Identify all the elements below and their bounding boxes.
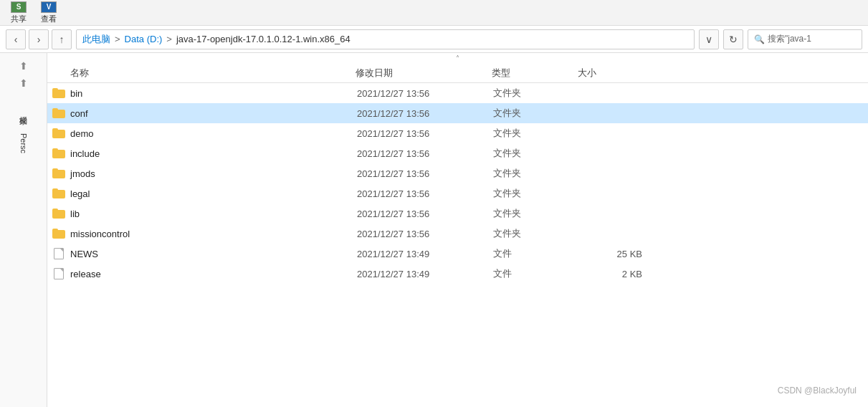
nav-controls: ‹ › ↑	[6, 29, 72, 49]
sep1: >	[115, 34, 120, 44]
file-icon-cell	[47, 188, 70, 198]
file-type: 文件夹	[493, 147, 579, 160]
file-icon-cell	[47, 168, 70, 178]
table-row[interactable]: demo 2021/12/27 13:56 文件夹	[47, 123, 868, 143]
folder-icon	[52, 209, 65, 219]
folder-icon	[52, 108, 65, 118]
table-row[interactable]: conf 2021/12/27 13:56 文件夹	[47, 103, 868, 123]
file-name: conf	[70, 108, 357, 119]
file-size: 2 KB	[579, 269, 651, 279]
folder-icon	[52, 88, 65, 98]
up-button[interactable]: ↑	[52, 29, 72, 49]
table-row[interactable]: bin 2021/12/27 13:56 文件夹	[47, 83, 868, 103]
sidebar-label-1: 家桶	[16, 107, 30, 113]
file-date: 2021/12/27 13:56	[357, 229, 493, 239]
address-bar: ‹ › ↑ 此电脑 > Data (D:) > java-17-openjdk-…	[0, 26, 868, 53]
file-icon-cell	[47, 88, 70, 98]
file-icon-cell	[47, 268, 70, 279]
breadcrumb-folder: java-17-openjdk-17.0.1.0.12-1.win.x86_64	[176, 34, 350, 44]
col-header-size[interactable]: 大小	[578, 67, 649, 80]
file-icon	[54, 268, 64, 279]
search-placeholder: 搜索"java-1	[768, 33, 811, 45]
file-date: 2021/12/27 13:56	[357, 209, 493, 219]
breadcrumb-drive[interactable]: Data (D:)	[125, 34, 163, 44]
file-type: 文件	[493, 267, 579, 280]
file-icon-cell	[47, 229, 70, 239]
file-icon-cell	[47, 209, 70, 219]
table-row[interactable]: lib 2021/12/27 13:56 文件夹	[47, 204, 868, 224]
col-header-type[interactable]: 类型	[492, 67, 578, 80]
breadcrumb-thispc[interactable]: 此电脑	[82, 33, 110, 46]
table-row[interactable]: jmods 2021/12/27 13:56 文件夹	[47, 163, 868, 183]
file-name: include	[70, 148, 357, 159]
file-type: 文件夹	[493, 167, 579, 180]
table-row[interactable]: missioncontrol 2021/12/27 13:56 文件夹	[47, 224, 868, 244]
file-icon-cell	[47, 248, 70, 259]
dropdown-button[interactable]: ∨	[699, 29, 719, 49]
share-button[interactable]: S 共享	[6, 0, 32, 26]
file-date: 2021/12/27 13:56	[357, 108, 493, 119]
forward-button[interactable]: ›	[29, 29, 49, 49]
folder-icon	[52, 168, 65, 178]
file-date: 2021/12/27 13:56	[357, 88, 493, 99]
file-icon-cell	[47, 148, 70, 158]
view-button[interactable]: V 查看	[36, 0, 62, 26]
file-date: 2021/12/27 13:49	[357, 269, 493, 279]
share-label: 共享	[11, 14, 27, 24]
file-icon	[54, 248, 64, 259]
table-row[interactable]: legal 2021/12/27 13:56 文件夹	[47, 183, 868, 204]
col-header-name[interactable]: 名称	[47, 67, 356, 80]
main-layout: ⬆ ⬆ 家桶 Persc ˄ 名称 修改日期 类型 大小 bin 2021/12…	[0, 53, 868, 407]
watermark: CSDN @BlackJoyful	[778, 386, 857, 396]
file-name: release	[70, 269, 357, 279]
pin-up-1[interactable]: ⬆	[18, 59, 29, 73]
file-type: 文件夹	[493, 187, 579, 200]
file-date: 2021/12/27 13:56	[357, 128, 493, 139]
table-row[interactable]: NEWS 2021/12/27 13:49 文件 25 KB	[47, 244, 868, 264]
file-date: 2021/12/27 13:56	[357, 188, 493, 199]
table-row[interactable]: release 2021/12/27 13:49 文件 2 KB	[47, 264, 868, 284]
file-type: 文件夹	[493, 87, 579, 100]
column-headers: 名称 修改日期 类型 大小	[47, 64, 868, 83]
toolbar: S 共享 V 查看	[0, 0, 868, 26]
refresh-button[interactable]: ↻	[723, 29, 743, 49]
file-date: 2021/12/27 13:49	[357, 249, 493, 259]
file-date: 2021/12/27 13:56	[357, 168, 493, 179]
file-type: 文件	[493, 247, 579, 260]
share-icon: S	[11, 1, 27, 13]
folder-icon	[52, 229, 65, 239]
file-name: jmods	[70, 168, 357, 179]
file-type: 文件夹	[493, 107, 579, 120]
file-name: NEWS	[70, 249, 357, 259]
file-icon-cell	[47, 108, 70, 118]
sidebar-label-2: Persc	[18, 130, 29, 156]
col-header-date[interactable]: 修改日期	[356, 67, 492, 80]
pin-up-2[interactable]: ⬆	[18, 76, 29, 90]
file-list: bin 2021/12/27 13:56 文件夹 conf 2021/12/27…	[47, 83, 868, 284]
sep2: >	[166, 34, 172, 44]
sidebar: ⬆ ⬆ 家桶 Persc	[0, 53, 47, 407]
file-name: bin	[70, 88, 357, 99]
file-name: lib	[70, 209, 357, 219]
file-icon-cell	[47, 128, 70, 138]
file-type: 文件夹	[493, 227, 579, 240]
file-area: ˄ 名称 修改日期 类型 大小 bin 2021/12/27 13:56 文件夹…	[47, 53, 868, 407]
breadcrumb[interactable]: 此电脑 > Data (D:) > java-17-openjdk-17.0.1…	[76, 29, 695, 49]
view-label: 查看	[41, 14, 57, 24]
file-name: demo	[70, 128, 357, 139]
folder-icon	[52, 128, 65, 138]
file-name: legal	[70, 188, 357, 199]
view-icon: V	[41, 1, 57, 13]
back-button[interactable]: ‹	[6, 29, 26, 49]
file-type: 文件夹	[493, 207, 579, 220]
file-name: missioncontrol	[70, 229, 357, 239]
file-size: 25 KB	[579, 249, 651, 259]
search-box[interactable]: 🔍 搜索"java-1	[748, 29, 862, 49]
folder-icon	[52, 188, 65, 198]
search-icon: 🔍	[754, 34, 765, 44]
table-row[interactable]: include 2021/12/27 13:56 文件夹	[47, 143, 868, 163]
folder-icon	[52, 148, 65, 158]
file-date: 2021/12/27 13:56	[357, 148, 493, 159]
sort-indicator[interactable]: ˄	[47, 53, 868, 64]
file-type: 文件夹	[493, 127, 579, 140]
